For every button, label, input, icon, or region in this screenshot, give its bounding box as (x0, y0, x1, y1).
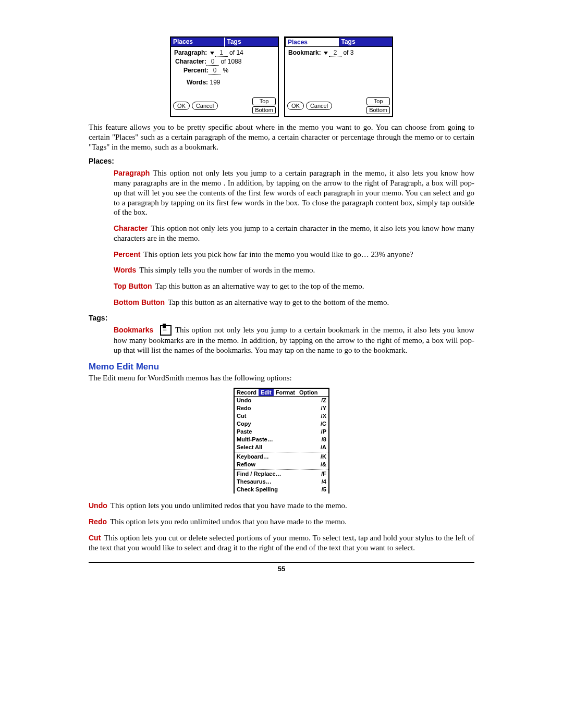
menu-item[interactable]: Select All/A (235, 443, 328, 451)
menu-item[interactable]: Paste/P (235, 428, 328, 436)
redo-def-title: Redo (89, 517, 107, 526)
paragraph-def-title: Paragraph (114, 169, 150, 177)
intro-text: This feature allows you to be pretty spe… (89, 122, 474, 152)
paragraph-total: of 14 (229, 49, 243, 56)
places-heading: Places: (89, 157, 474, 165)
menu-item[interactable]: Find / Replace…/F (235, 470, 328, 478)
words-label: Words: (187, 79, 208, 86)
top-button[interactable]: Top (252, 97, 276, 105)
goto-dialog-tags: Places Tags Bookmark: 2 of 3 OK Cancel T… (284, 36, 393, 117)
chevron-down-icon[interactable] (324, 52, 328, 55)
percent-suffix: % (223, 67, 228, 74)
edit-intro-text: The Edit menu for WordSmith memos has th… (89, 373, 474, 383)
character-input[interactable]: 0 (206, 58, 219, 66)
bookmark-icon (160, 325, 172, 336)
undo-def-text: This option lets you undo unlimited redo… (111, 501, 347, 510)
chevron-down-icon[interactable] (210, 52, 214, 55)
bookmarks-def-title: Bookmarks (114, 326, 153, 334)
percent-def-title: Percent (114, 250, 140, 258)
tab-tags[interactable]: Tags (339, 38, 393, 47)
ok-button[interactable]: OK (287, 102, 304, 110)
tab-tags[interactable]: Tags (224, 38, 278, 47)
cancel-button[interactable]: Cancel (306, 102, 332, 110)
words-value: 199 (210, 79, 220, 86)
bottom-button[interactable]: Bottom (252, 106, 276, 114)
menu-option[interactable]: Option (297, 389, 320, 396)
edit-menu-screenshot: Record Edit Format Option Undo/ZRedo/YCu… (234, 388, 329, 493)
paragraph-input[interactable]: 1 (215, 49, 228, 57)
tags-heading: Tags: (89, 314, 474, 322)
character-total: of 1088 (221, 58, 241, 65)
percent-label: Percent: (183, 67, 209, 74)
tab-places[interactable]: Places (285, 38, 339, 47)
percent-def-text: This option lets you pick how far into t… (143, 250, 413, 258)
character-def-title: Character (114, 224, 148, 232)
cut-def-text: This option lets you cut or delete selec… (89, 534, 474, 552)
top-button[interactable]: Top (366, 97, 390, 105)
top-button-def-title: Top Button (114, 282, 152, 290)
paragraph-def-text: This option not only lets you jump to a … (114, 169, 474, 216)
goto-dialog-screenshots: Places Tags Paragraph: 1 of 14 Character… (89, 36, 474, 117)
ok-button[interactable]: OK (173, 102, 190, 110)
menu-record[interactable]: Record (235, 389, 259, 396)
menu-format[interactable]: Format (274, 389, 297, 396)
menu-item[interactable]: Cut/X (235, 412, 328, 420)
character-label: Character: (175, 58, 206, 65)
bookmark-input[interactable]: 2 (329, 49, 341, 57)
menu-item[interactable]: Copy/C (235, 420, 328, 428)
menu-item[interactable]: Multi-Paste…/8 (235, 436, 328, 443)
menu-item[interactable]: Thesaurus…/4 (235, 478, 328, 486)
menu-edit[interactable]: Edit (259, 389, 274, 396)
bookmark-label: Bookmark: (288, 49, 321, 56)
paragraph-label: Paragraph: (174, 49, 207, 56)
redo-def-text: This option lets you redo unlimited undo… (110, 517, 347, 526)
bottom-button-def-text: Tap this button as an alternative way to… (168, 298, 389, 306)
menu-item[interactable]: Undo/Z (235, 397, 328, 404)
menu-item[interactable]: Reflow/& (235, 461, 328, 468)
menu-item[interactable]: Keyboard…/K (235, 453, 328, 461)
percent-input[interactable]: 0 (209, 67, 221, 75)
bottom-button-def-title: Bottom Button (114, 298, 165, 306)
words-def-text: This simply tells you the number of word… (139, 266, 315, 274)
bottom-button[interactable]: Bottom (366, 106, 390, 114)
bookmark-total: of 3 (343, 49, 353, 56)
menu-item[interactable]: Redo/Y (235, 404, 328, 412)
undo-def-title: Undo (89, 501, 107, 510)
cancel-button[interactable]: Cancel (192, 102, 218, 110)
page-number: 55 (89, 565, 474, 573)
words-def-title: Words (114, 266, 136, 274)
top-button-def-text: Tap this button as an alternative way to… (155, 282, 364, 290)
menu-item[interactable]: Check Spelling/5 (235, 486, 328, 493)
character-def-text: This option not only lets you jump to a … (114, 224, 474, 242)
cut-def-title: Cut (89, 534, 101, 542)
memo-edit-menu-heading: Memo Edit Menu (89, 362, 474, 372)
separator (89, 562, 474, 563)
tab-places[interactable]: Places (171, 38, 224, 47)
goto-dialog-places: Places Tags Paragraph: 1 of 14 Character… (170, 36, 279, 117)
